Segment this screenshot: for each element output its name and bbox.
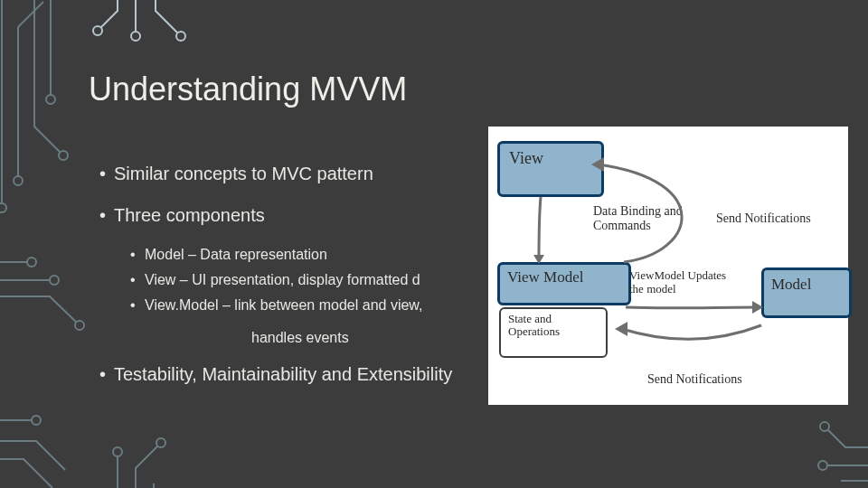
bullet-text: Similar concepts to MVC pattern bbox=[114, 164, 373, 183]
bullet-text: View – UI presentation, display formatte… bbox=[145, 272, 420, 287]
bullet-text: Model – Data representation bbox=[145, 247, 327, 262]
svg-marker-30 bbox=[615, 322, 627, 336]
slide-body: Similar concepts to MVC pattern Three co… bbox=[99, 163, 524, 405]
svg-point-9 bbox=[27, 258, 36, 267]
svg-point-20 bbox=[113, 447, 122, 456]
svg-point-21 bbox=[156, 438, 165, 447]
bullet-text: Three components bbox=[114, 205, 265, 225]
bullet-level2: Model – Data representation bbox=[130, 246, 524, 264]
svg-point-15 bbox=[93, 26, 102, 35]
svg-marker-29 bbox=[752, 301, 763, 314]
svg-point-1 bbox=[0, 203, 6, 212]
bullet-level2: View.Model – link between model and view… bbox=[130, 296, 524, 314]
svg-point-14 bbox=[32, 416, 41, 425]
svg-point-25 bbox=[818, 461, 827, 470]
svg-point-7 bbox=[46, 95, 55, 104]
slide-title: Understanding MVVM bbox=[89, 70, 407, 108]
svg-line-3 bbox=[18, 2, 43, 27]
bullet-level2: View – UI presentation, display formatte… bbox=[130, 271, 524, 289]
bullet-level1: Three components bbox=[99, 204, 524, 226]
svg-point-23 bbox=[820, 422, 829, 431]
svg-point-18 bbox=[176, 32, 185, 41]
diagram-arrows bbox=[488, 127, 848, 405]
svg-point-12 bbox=[75, 321, 84, 330]
bullet-level2-continuation: handles events bbox=[251, 329, 524, 347]
svg-point-5 bbox=[59, 151, 68, 160]
svg-point-11 bbox=[50, 276, 59, 285]
bullet-text: View.Model – link between model and view… bbox=[145, 297, 422, 313]
mvvm-diagram: View Data Binding and Commands Send Noti… bbox=[488, 127, 848, 405]
bullet-level1: Similar concepts to MVC pattern bbox=[99, 163, 524, 184]
svg-marker-27 bbox=[533, 255, 544, 264]
svg-point-4 bbox=[14, 176, 23, 185]
svg-marker-28 bbox=[591, 157, 604, 172]
bullet-text: handles events bbox=[251, 330, 349, 345]
bullet-text: Testability, Maintainability and Extensi… bbox=[114, 364, 452, 384]
bullet-level1: Testability, Maintainability and Extensi… bbox=[99, 363, 524, 385]
svg-point-17 bbox=[131, 32, 140, 41]
